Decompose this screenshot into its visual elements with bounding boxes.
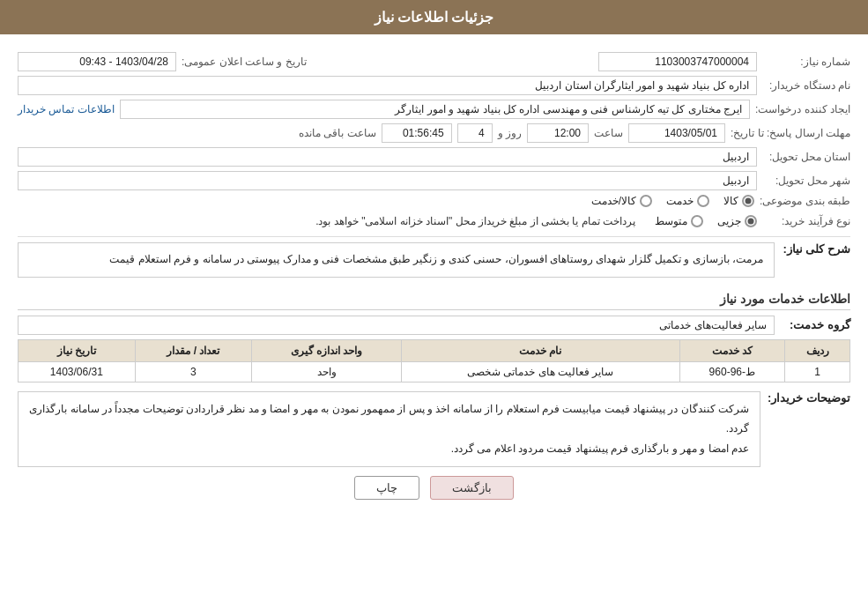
category-label: طبقه بندی موضوعی: (760, 195, 850, 207)
back-button[interactable]: بازگشت (430, 476, 514, 500)
service-group-value: سایر فعالیت‌های خدماتی (18, 316, 775, 335)
process-note: پرداخت تمام یا بخشی از مبلغ خریداز محل "… (315, 212, 635, 231)
process-type-row: نوع فرآیند خرید: متوسط جزیی پرداخت تمام … (18, 212, 850, 231)
col-row-num: ردیف (785, 339, 850, 361)
cell-date: 1403/06/31 (19, 361, 136, 382)
table-header-row: ردیف کد خدمت نام خدمت واحد اندازه گیری ت… (19, 339, 850, 361)
need-number-row: شماره نیاز: 1103003747000004 تاریخ و ساع… (18, 52, 850, 71)
province-label: استان محل تحویل: (762, 151, 850, 163)
buyer-org-label: نام دستگاه خریدار: (762, 79, 850, 92)
print-button[interactable]: چاپ (354, 476, 419, 500)
date-announce-value: 1403/04/28 - 09:43 (18, 52, 176, 71)
city-label: شهر محل تحویل: (762, 175, 850, 187)
actions-row: بازگشت چاپ (18, 476, 850, 517)
need-number-value: 1103003747000004 (598, 52, 757, 71)
services-section-title: اطلاعات خدمات مورد نیاز (18, 292, 850, 310)
process-option-motavaset[interactable]: متوسط (655, 215, 703, 227)
radio-khedmat-icon (697, 195, 709, 207)
radio-kala-icon (742, 195, 754, 207)
category-option-kala-khedmat[interactable]: کالا/خدمت (591, 195, 652, 207)
col-service-name: نام خدمت (402, 339, 680, 361)
cell-quantity: 3 (135, 361, 252, 382)
province-value: اردبیل (18, 147, 757, 167)
category-label-kala-khedmat: کالا/خدمت (591, 195, 636, 207)
radio-motavaset-icon (691, 215, 703, 227)
table-row: 1 ط-96-960 سایر فعالیت های خدماتی شخصی و… (19, 361, 850, 382)
cell-service-code: ط-96-960 (679, 361, 784, 382)
need-number-label: شماره نیاز: (762, 56, 850, 68)
page-wrapper: جزئیات اطلاعات نیاز شماره نیاز: 11030037… (0, 0, 868, 609)
deadline-date: 1403/05/01 (628, 123, 725, 143)
deadline-days-label: روز و (498, 127, 522, 139)
col-date: تاریخ نیاز (19, 339, 136, 361)
cell-unit: واحد (252, 361, 402, 382)
buyer-notes-section: توضیحات خریدار: شرکت کنندگان در پیشنهاد … (18, 391, 850, 467)
city-row: شهر محل تحویل: اردبیل (18, 171, 850, 190)
category-radio-group: کالا/خدمت خدمت کالا (591, 195, 754, 207)
buyer-notes-label: توضیحات خریدار: (768, 391, 850, 405)
description-title: شرح کلی نیاز: (780, 242, 850, 256)
cell-service-name: سایر فعالیت های خدماتی شخصی (402, 361, 680, 382)
service-group-row: گروه خدمت: سایر فعالیت‌های خدماتی (18, 316, 850, 335)
deadline-remaining-label: ساعت باقی مانده (299, 127, 376, 139)
col-service-code: کد خدمت (679, 339, 784, 361)
radio-kala-khedmat-icon (640, 195, 652, 207)
contact-link[interactable]: اطلاعات تماس خریدار (18, 103, 115, 115)
page-title: جزئیات اطلاعات نیاز (375, 10, 494, 25)
deadline-time: 12:00 (527, 123, 589, 143)
deadline-days: 4 (457, 123, 493, 143)
category-option-khedmat[interactable]: خدمت (666, 195, 709, 207)
service-table: ردیف کد خدمت نام خدمت واحد اندازه گیری ت… (18, 339, 850, 382)
category-label-kala: کالا (723, 195, 738, 207)
requester-value: ایرج مختاری کل تیه کارشناس فنی و مهندسی … (120, 100, 750, 119)
buyer-notes-text: شرکت کنندگان در پیشنهاد قیمت میابیست فرم… (18, 391, 760, 467)
buyer-org-row: نام دستگاه خریدار: اداره کل بنیاد شهید و… (18, 76, 850, 95)
process-label-jozi: جزیی (717, 215, 741, 227)
deadline-label: مهلت ارسال پاسخ: تا تاریخ: (731, 127, 850, 139)
category-row: طبقه بندی موضوعی: کالا/خدمت خدمت کالا (18, 195, 850, 207)
city-value: اردبیل (18, 171, 757, 190)
page-header: جزئیات اطلاعات نیاز (0, 0, 868, 34)
cell-row-num: 1 (785, 361, 850, 382)
buyer-org-value: اداره کل بنیاد شهید و امور ایثارگران است… (18, 76, 757, 95)
service-group-label: گروه خدمت: (780, 318, 850, 331)
date-announce-label: تاریخ و ساعت اعلان عمومی: (182, 56, 307, 68)
description-row: شرح کلی نیاز: مرمت، بازسازی و تکمیل گلزا… (18, 242, 850, 285)
process-label-motavaset: متوسط (655, 215, 687, 227)
deadline-remaining: 01:56:45 (382, 123, 452, 143)
deadline-time-label: ساعت (594, 127, 623, 139)
process-radio-group: متوسط جزیی (655, 215, 757, 227)
process-type-label: نوع فرآیند خرید: (762, 215, 850, 227)
description-text: مرمت، بازسازی و تکمیل گلزار شهدای روستاه… (18, 242, 775, 278)
divider-1 (18, 236, 850, 237)
radio-jozi-icon (745, 215, 757, 227)
col-quantity: تعداد / مقدار (135, 339, 252, 361)
process-option-jozi[interactable]: جزیی (717, 215, 757, 227)
province-row: استان محل تحویل: اردبیل (18, 147, 850, 167)
category-label-khedmat: خدمت (666, 195, 694, 207)
content-area: شماره نیاز: 1103003747000004 تاریخ و ساع… (0, 34, 868, 526)
requester-label: ایجاد کننده درخواست: (755, 103, 850, 115)
col-unit: واحد اندازه گیری (252, 339, 402, 361)
category-option-kala[interactable]: کالا (723, 195, 754, 207)
requester-row: ایجاد کننده درخواست: ایرج مختاری کل تیه … (18, 100, 850, 119)
deadline-row: مهلت ارسال پاسخ: تا تاریخ: 1403/05/01 سا… (18, 123, 850, 143)
